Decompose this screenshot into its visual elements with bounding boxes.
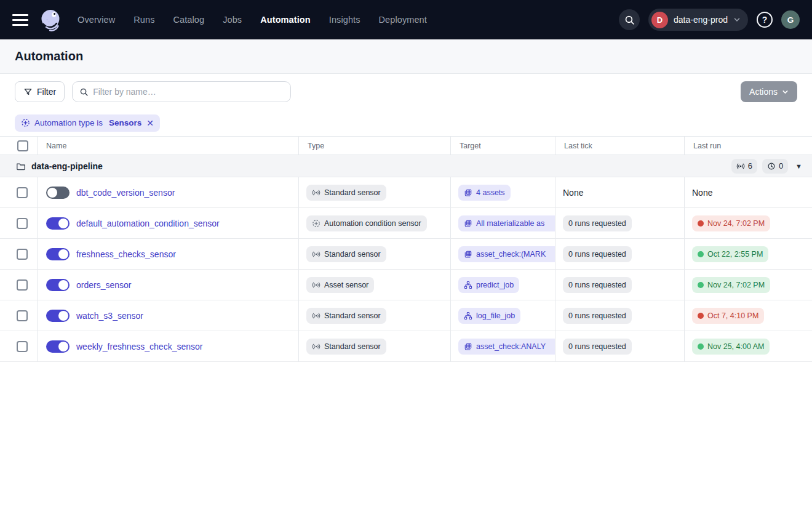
repo-group-row[interactable]: data-eng-pipeline 6 0 ▼ <box>0 155 812 177</box>
table-row: freshness_checks_sensor Standard sensor <box>0 239 812 270</box>
target-badge[interactable]: asset_check:ANALY <box>458 339 555 355</box>
menu-icon[interactable] <box>12 14 28 26</box>
asset-icon <box>464 219 472 228</box>
enabled-toggle[interactable] <box>46 279 70 291</box>
table-row: weekly_freshness_check_sensor Standard s… <box>0 331 812 362</box>
target-badge[interactable]: 4 assets <box>458 185 511 201</box>
type-badge: Standard sensor <box>306 308 386 324</box>
last-tick-value: 0 runs requested <box>563 277 632 293</box>
sensor-name-link[interactable]: freshness_checks_sensor <box>76 249 176 259</box>
filter-toolbar: Filter Actions <box>0 74 812 110</box>
sensor-name-link[interactable]: watch_s3_sensor <box>76 311 143 321</box>
question-mark-icon: ? <box>762 15 768 25</box>
dagster-logo-icon[interactable] <box>38 7 63 32</box>
sensor-name-link[interactable]: dbt_code_version_sensor <box>76 188 175 198</box>
filter-button[interactable]: Filter <box>15 81 65 102</box>
enabled-toggle[interactable] <box>46 217 70 230</box>
column-header-last-run: Last run <box>684 137 812 155</box>
target-badge[interactable]: log_file_job <box>458 308 520 324</box>
filter-chip-label: Automation type is <box>34 118 103 127</box>
type-badge: Standard sensor <box>306 185 386 201</box>
last-tick-value: 0 runs requested <box>563 246 632 262</box>
last-run-value[interactable]: None <box>692 188 712 198</box>
active-filters-row: Automation type is Sensors ✕ <box>0 110 812 137</box>
enabled-toggle[interactable] <box>46 187 70 199</box>
nav-link-runs[interactable]: Runs <box>133 15 154 25</box>
type-badge: Standard sensor <box>306 246 386 262</box>
filter-chip-automation-type[interactable]: Automation type is Sensors ✕ <box>15 114 160 132</box>
asset-icon <box>464 342 472 351</box>
sensor-icon <box>312 342 320 351</box>
sensor-name-link[interactable]: orders_sensor <box>76 280 132 290</box>
nav-link-overview[interactable]: Overview <box>78 15 115 25</box>
search-icon <box>624 15 635 25</box>
sensor-icon <box>312 250 320 259</box>
workspace-switcher[interactable]: D data-eng-prod <box>648 9 748 31</box>
target-badge[interactable]: asset_check:(MARK <box>458 246 555 262</box>
nav-link-deployment[interactable]: Deployment <box>379 15 427 25</box>
row-checkbox[interactable] <box>17 341 28 352</box>
enabled-toggle[interactable] <box>46 310 70 322</box>
nav-link-insights[interactable]: Insights <box>329 15 360 25</box>
close-icon[interactable]: ✕ <box>146 118 154 128</box>
funnel-icon <box>23 87 33 97</box>
table-header: Name Type Target Last tick Last run <box>0 137 812 155</box>
row-checkbox[interactable] <box>17 279 28 291</box>
sensor-count-badge: 6 <box>731 159 757 174</box>
automation-condition-icon <box>21 118 30 127</box>
run-status-dot <box>698 251 704 257</box>
clock-icon <box>767 162 776 171</box>
top-nav: Overview Runs Catalog Jobs Automation In… <box>0 0 812 39</box>
name-filter-input[interactable] <box>93 87 284 97</box>
search-icon <box>79 87 89 97</box>
schedule-count-badge: 0 <box>762 159 788 174</box>
column-header-name: Name <box>37 137 298 155</box>
column-header-target: Target <box>450 137 555 155</box>
sensor-icon <box>736 162 745 171</box>
name-filter-box <box>72 81 291 102</box>
page-header: Automation <box>0 39 812 74</box>
target-badge[interactable]: predict_job <box>458 277 519 293</box>
enabled-toggle[interactable] <box>46 248 70 260</box>
type-badge: Automation condition sensor <box>306 215 427 231</box>
type-badge: Standard sensor <box>306 339 386 355</box>
nav-link-catalog[interactable]: Catalog <box>173 15 204 25</box>
row-checkbox[interactable] <box>17 310 28 321</box>
nav-link-jobs[interactable]: Jobs <box>223 15 242 25</box>
row-checkbox[interactable] <box>17 218 28 229</box>
help-button[interactable]: ? <box>757 12 773 28</box>
asset-icon <box>464 250 472 259</box>
folder-icon <box>16 161 26 171</box>
last-tick-value: 0 runs requested <box>563 308 632 324</box>
sensor-name-link[interactable]: weekly_freshness_check_sensor <box>76 342 202 351</box>
last-run-value[interactable]: Nov 24, 7:02 PM <box>692 277 770 293</box>
row-checkbox[interactable] <box>17 187 28 198</box>
target-badge[interactable]: All materializable as <box>458 215 555 231</box>
select-all-checkbox[interactable] <box>17 140 28 151</box>
select-all-cell <box>0 137 37 155</box>
table-row: watch_s3_sensor Standard sensor <box>0 300 812 331</box>
run-status-dot <box>698 313 704 319</box>
column-header-last-tick: Last tick <box>555 137 684 155</box>
sensor-icon <box>312 188 320 197</box>
page-title: Automation <box>15 49 83 63</box>
enabled-toggle[interactable] <box>46 340 70 353</box>
collapse-group-icon[interactable]: ▼ <box>795 163 802 170</box>
group-name: data-eng-pipeline <box>31 161 103 171</box>
row-checkbox[interactable] <box>17 249 28 260</box>
asset-icon <box>464 188 472 197</box>
search-button[interactable] <box>619 9 640 30</box>
filter-chip-value: Sensors <box>109 118 141 127</box>
nav-link-automation[interactable]: Automation <box>260 15 311 25</box>
last-run-value[interactable]: Nov 24, 7:02 PM <box>692 215 770 231</box>
sensor-name-link[interactable]: default_automation_condition_sensor <box>76 219 220 228</box>
last-run-value[interactable]: Oct 22, 2:55 PM <box>692 246 768 262</box>
run-status-dot <box>698 282 704 288</box>
user-avatar[interactable]: G <box>781 10 800 29</box>
table-row: default_automation_condition_sensor Auto… <box>0 208 812 239</box>
run-status-dot <box>698 220 704 227</box>
primary-nav: Overview Runs Catalog Jobs Automation In… <box>78 15 427 25</box>
last-run-value[interactable]: Nov 25, 4:00 AM <box>692 339 770 355</box>
actions-button[interactable]: Actions <box>741 81 797 102</box>
last-run-value[interactable]: Oct 7, 4:10 PM <box>692 308 764 324</box>
